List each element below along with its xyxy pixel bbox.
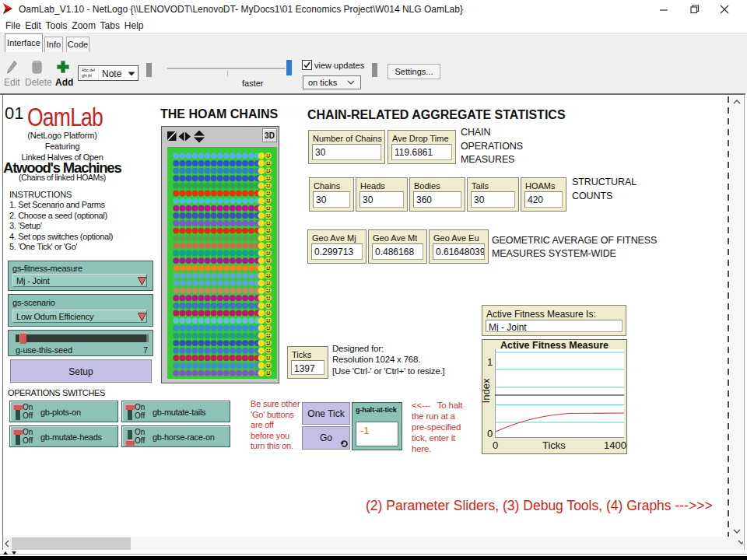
svg-text:Abc def: Abc def [82, 68, 96, 72]
svg-text:ghi jkl: ghi jkl [82, 73, 92, 78]
